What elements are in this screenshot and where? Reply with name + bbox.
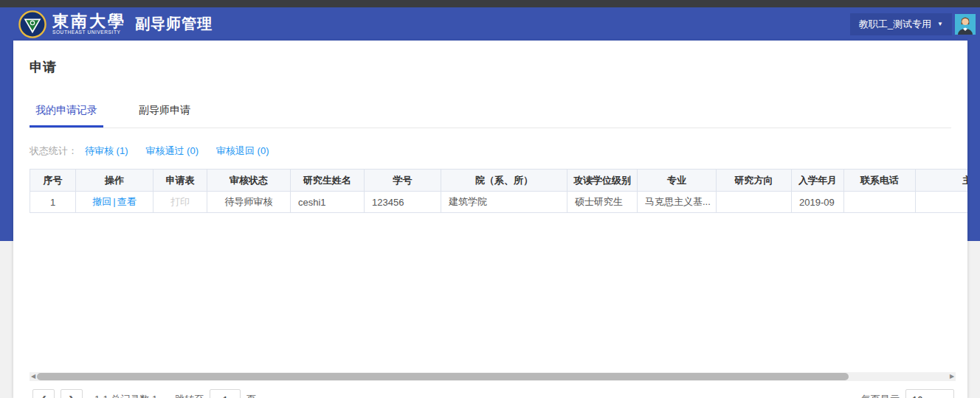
- window-top-bar: [0, 0, 980, 7]
- horizontal-scrollbar[interactable]: ◀ ▶: [30, 372, 956, 381]
- tab-bar: 我的申请记录 副导师申请: [30, 104, 951, 128]
- col-header-actions: 操作: [76, 170, 153, 192]
- jump-to-label: 跳转至: [175, 393, 204, 398]
- university-logo-icon: [18, 10, 46, 38]
- pagination-bar: ❮ ❯ 1-1 总记录数 1 跳转至 页 每页显示 10 ▼: [13, 385, 967, 398]
- withdraw-link[interactable]: 撤回: [92, 196, 111, 207]
- cell-enrollment-date: 2019-09: [792, 192, 844, 213]
- status-statistics: 状态统计： 待审核 (1) 审核通过 (0) 审核退回 (0): [30, 144, 967, 158]
- scroll-left-icon[interactable]: ◀: [30, 372, 37, 381]
- applications-table-container: 序号 操作 申请表 审核状态 研究生姓名 学号 院（系、所） 攻读学位级别 专业…: [30, 169, 967, 213]
- col-header-student-id: 学号: [365, 170, 441, 192]
- col-header-major: 专业: [638, 170, 717, 192]
- col-header-application-form: 申请表: [153, 170, 207, 192]
- col-header-index: 序号: [30, 170, 76, 192]
- col-header-phone: 联系电话: [844, 170, 916, 192]
- cell-actions: 撤回|查看: [76, 192, 153, 213]
- print-link-disabled: 打印: [170, 196, 190, 207]
- cell-student-id: 123456: [365, 192, 441, 213]
- col-header-main-supervisor: 主导师: [916, 170, 968, 192]
- app-title: 副导师管理: [135, 14, 213, 34]
- header-right: 教职工_测试专用 ▼: [850, 13, 977, 35]
- per-page-value: 10: [912, 394, 922, 398]
- cell-index: 1: [30, 192, 76, 213]
- scroll-right-icon[interactable]: ▶: [948, 372, 956, 381]
- stat-link-pending[interactable]: 待审核 (1): [85, 144, 128, 158]
- avatar[interactable]: [955, 14, 976, 35]
- col-header-department: 院（系、所）: [441, 170, 567, 192]
- cell-print: 打印: [153, 192, 207, 213]
- university-name: 東南大學 SOUTHEAST UNIVERSITY: [52, 13, 126, 35]
- cell-phone: [844, 192, 916, 213]
- stat-link-returned[interactable]: 审核退回 (0): [216, 144, 269, 158]
- col-header-research-direction: 研究方向: [717, 170, 792, 192]
- cell-degree-level: 硕士研究生: [567, 192, 638, 213]
- user-menu-label: 教职工_测试专用: [859, 18, 931, 31]
- app-header: 東南大學 SOUTHEAST UNIVERSITY 副导师管理 教职工_测试专用…: [0, 7, 980, 41]
- per-page-select[interactable]: 10 ▼: [905, 389, 954, 398]
- university-name-cn: 東南大學: [52, 13, 126, 29]
- tab-my-application-records[interactable]: 我的申请记录: [30, 104, 103, 128]
- cell-department: 建筑学院: [441, 192, 567, 213]
- content-card: 申请 我的申请记录 副导师申请 状态统计： 待审核 (1) 审核通过 (0) 审…: [13, 41, 967, 398]
- per-page-label: 每页显示: [861, 393, 900, 398]
- cell-student-name: ceshi1: [291, 192, 365, 213]
- cell-main-supervisor: [916, 192, 968, 213]
- link-separator: |: [113, 196, 115, 207]
- col-header-review-status: 审核状态: [207, 170, 291, 192]
- cell-major: 马克思主义基...: [638, 192, 717, 213]
- user-menu[interactable]: 教职工_测试专用 ▼: [850, 13, 952, 35]
- scrollbar-thumb[interactable]: [37, 373, 849, 380]
- university-name-en: SOUTHEAST UNIVERSITY: [52, 30, 126, 35]
- view-link[interactable]: 查看: [117, 196, 137, 207]
- jump-to-page-input[interactable]: [210, 389, 241, 398]
- tab-assistant-supervisor-application[interactable]: 副导师申请: [133, 104, 196, 128]
- cell-research-direction: [717, 192, 792, 213]
- jump-unit-label: 页: [246, 393, 256, 398]
- prev-page-button[interactable]: ❮: [32, 389, 55, 398]
- col-header-student-name: 研究生姓名: [291, 170, 365, 192]
- col-header-enrollment-date: 入学年月: [792, 170, 844, 192]
- cell-review-status: 待导师审核: [207, 192, 291, 213]
- records-count-text: 1-1 总记录数 1: [94, 393, 157, 398]
- scrollbar-track[interactable]: [37, 372, 948, 381]
- chevron-down-icon: ▼: [937, 21, 943, 27]
- stats-label: 状态统计：: [30, 144, 77, 158]
- col-header-degree-level: 攻读学位级别: [567, 170, 638, 192]
- table-row: 1 撤回|查看 打印 待导师审核 ceshi1 123456 建筑学院 硕士研究…: [30, 192, 968, 213]
- table-header-row: 序号 操作 申请表 审核状态 研究生姓名 学号 院（系、所） 攻读学位级别 专业…: [30, 170, 968, 192]
- page-title: 申请: [30, 58, 967, 76]
- per-page-group: 每页显示 10 ▼: [861, 385, 954, 398]
- applications-table: 序号 操作 申请表 审核状态 研究生姓名 学号 院（系、所） 攻读学位级别 专业…: [30, 169, 967, 213]
- next-page-button[interactable]: ❯: [61, 389, 83, 398]
- stat-link-approved[interactable]: 审核通过 (0): [146, 144, 199, 158]
